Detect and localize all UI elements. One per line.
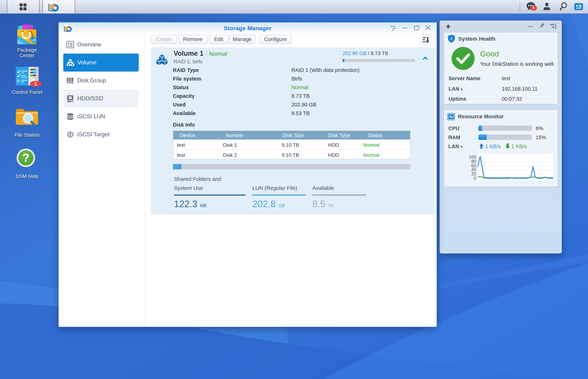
svg-text:i: i — [451, 36, 452, 41]
